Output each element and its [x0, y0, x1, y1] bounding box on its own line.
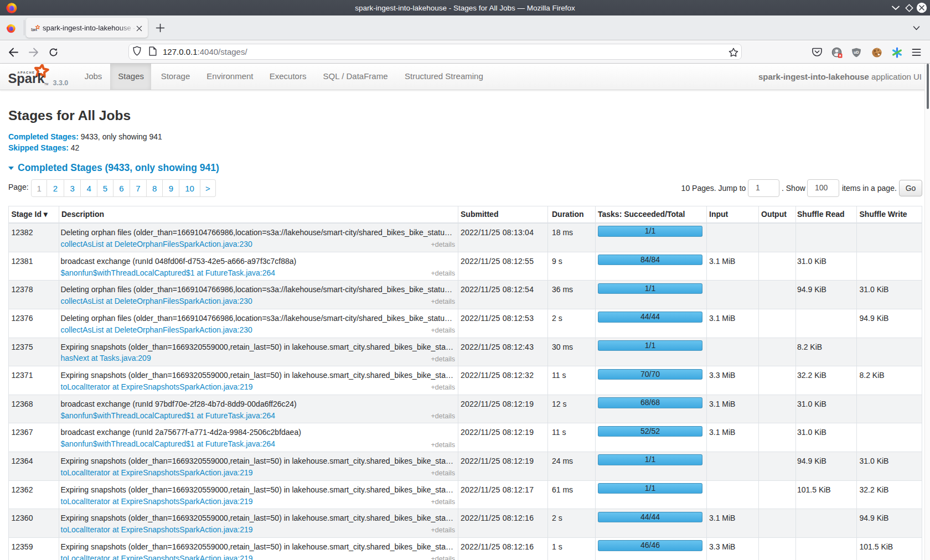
svg-text:TM: TM [44, 82, 48, 86]
svg-text:uD: uD [854, 50, 859, 54]
svg-text:Spark: Spark [8, 71, 45, 86]
